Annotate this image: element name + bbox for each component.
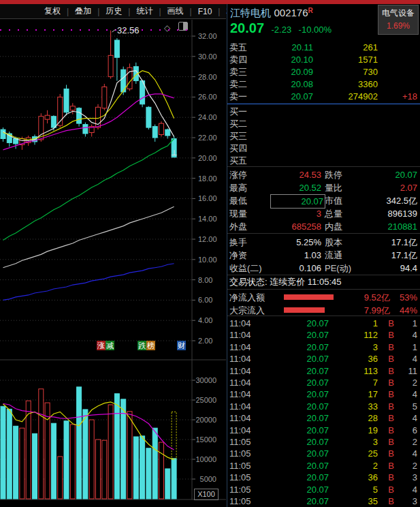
axis-label: 4.00 <box>198 316 212 324</box>
orderbook-row-sell-4[interactable]: 卖一20.07274902+18 <box>229 91 419 103</box>
orderbook-divider <box>227 104 420 104</box>
separator <box>227 316 420 316</box>
tick-volume: 25 <box>338 448 378 459</box>
tick-time: 11:04 <box>229 318 251 328</box>
snapshot-value: 17.1亿 <box>366 236 417 249</box>
snapshot-label: 市值 <box>325 194 342 207</box>
candle-body <box>114 40 119 57</box>
volume-bar <box>89 420 94 499</box>
tick-row[interactable]: 11:0420.077B2 <box>229 377 419 388</box>
orderbook-row-sell-3[interactable]: 卖二20.083360 <box>229 78 419 91</box>
volume-bar <box>96 440 101 499</box>
candle-body <box>165 129 170 136</box>
tick-row[interactable]: 11:0420.07113B11 <box>229 365 419 377</box>
chart-tag-减[interactable]: 减 <box>106 341 114 350</box>
flow-label: 净流入额 <box>229 292 265 303</box>
volume-bar <box>20 428 25 499</box>
tick-time: 11:05 <box>229 448 251 459</box>
snapshot-row: 最低20.07市值342.5亿 <box>229 194 419 207</box>
tick-row[interactable]: 11:0520.072B2 <box>229 460 419 472</box>
tick-price: 20.07 <box>296 448 329 459</box>
orderbook-row-sell-2[interactable]: 卖三20.09730 <box>229 66 419 78</box>
volume-bar <box>108 405 113 499</box>
snapshot-value: 0.106 <box>270 262 321 275</box>
chart-tag-涨[interactable]: 涨 <box>97 341 106 350</box>
volume-bar <box>7 409 12 499</box>
snapshot-value: 20.07 <box>270 194 325 209</box>
tick-time: 11:04 <box>229 401 251 412</box>
stock-name: 江特电机 <box>230 7 271 18</box>
orderbook-price: 20.11 <box>280 42 313 54</box>
orderbook-volume: 274902 <box>325 91 378 103</box>
tick-side: B <box>385 329 394 341</box>
orderbook-row-sell-0[interactable]: 卖五20.11261 <box>229 42 419 54</box>
price-change: -2.23 <box>272 25 292 35</box>
margin-marker: R <box>308 7 313 14</box>
tick-row[interactable]: 11:0520.075B4 <box>229 484 419 495</box>
ma-line-MA250 <box>3 264 174 301</box>
tick-price: 20.07 <box>296 472 329 483</box>
chart-tag-跌[interactable]: 跌 <box>138 341 146 350</box>
tick-time: 11:05 <box>229 461 251 471</box>
tick-side: B <box>385 412 394 424</box>
tick-row[interactable]: 11:0520.0735B3 <box>229 495 419 507</box>
orderbook-row-buy-0[interactable]: 买一 <box>229 106 419 118</box>
volume-bar <box>51 423 56 499</box>
orderbook-row-buy-3[interactable]: 买四 <box>229 142 419 155</box>
tick-row[interactable]: 11:0420.073B1 <box>229 341 419 353</box>
sector-box[interactable]: 电气设备 1.69% <box>378 5 419 35</box>
orderbook-row-buy-1[interactable]: 买二 <box>229 118 419 130</box>
tick-volume: 17 <box>338 388 378 400</box>
axis-label: 22.00 <box>198 134 217 142</box>
tick-count: 4 <box>397 329 417 341</box>
volume-bar <box>121 399 126 499</box>
snapshot-label: 内盘 <box>325 220 342 233</box>
tick-row[interactable]: 11:0420.0717B4 <box>229 388 419 400</box>
snapshot-row: 换手5.25%股本17.1亿 <box>229 236 419 249</box>
ma-line-MA120 <box>3 206 174 267</box>
tick-row[interactable]: 11:0420.0719B6 <box>229 425 419 436</box>
candle-body <box>70 106 75 110</box>
volume-bar <box>133 437 138 499</box>
tick-price: 20.07 <box>296 329 329 341</box>
tick-time: 11:04 <box>229 366 251 376</box>
tick-time: 11:05 <box>229 472 251 482</box>
orderbook-row-buy-4[interactable]: 买五 <box>229 155 419 167</box>
orderbook-extra: +18 <box>385 91 417 103</box>
orderbook-row-sell-1[interactable]: 卖四20.101571 <box>229 54 419 66</box>
orderbook-row-buy-2[interactable]: 买三 <box>229 130 419 142</box>
orderbook-volume: 1571 <box>325 54 378 66</box>
orderbook-price: 20.09 <box>280 66 313 78</box>
snapshot-label: 股本 <box>325 236 342 249</box>
orderbook-label: 卖三 <box>229 67 247 77</box>
tick-row[interactable]: 11:0420.0733B5 <box>229 401 419 412</box>
tick-row[interactable]: 11:0420.07112B4 <box>229 329 419 341</box>
kline-chart[interactable]: 32.0030.0028.0026.0024.0022.0020.0018.00… <box>0 0 227 507</box>
snapshot-value: 20.52 <box>270 181 321 194</box>
snapshot-value: 20.07 <box>366 168 417 181</box>
tick-row[interactable]: 11:0420.071B1 <box>229 318 419 329</box>
tick-row[interactable]: 11:0420.0728B4 <box>229 412 419 424</box>
tick-row[interactable]: 11:0420.0736B4 <box>229 353 419 365</box>
chart-tag-榜[interactable]: 榜 <box>146 341 155 350</box>
tick-row[interactable]: 11:0520.073B2 <box>229 436 419 448</box>
tick-row[interactable]: 11:0520.0725B4 <box>229 448 419 459</box>
volume-bar <box>14 426 18 499</box>
tick-time: 11:05 <box>229 437 251 447</box>
orderbook-label: 卖五 <box>229 42 247 52</box>
tick-side: B <box>385 495 394 507</box>
tick-row[interactable]: 11:0520.0736B3 <box>229 472 419 483</box>
tick-count: 4 <box>397 448 417 459</box>
stock-terminal-window: 复权|叠加|历史|统计|画线|F10|标记|-自选|返回 ◇ 32.0030.0… <box>0 0 420 507</box>
candle-body <box>45 115 50 119</box>
tick-volume: 28 <box>338 412 378 424</box>
tick-volume: 36 <box>338 353 378 365</box>
snapshot-label: 流通 <box>325 249 342 262</box>
chart-tag-财[interactable]: 财 <box>177 341 186 350</box>
snapshot-value: 3 <box>270 207 321 220</box>
volume-projection <box>172 412 176 458</box>
tick-price: 20.07 <box>296 353 329 365</box>
tick-side: B <box>385 365 394 377</box>
tick-price: 20.07 <box>296 425 329 436</box>
axis-label: 30.00 <box>198 52 217 61</box>
